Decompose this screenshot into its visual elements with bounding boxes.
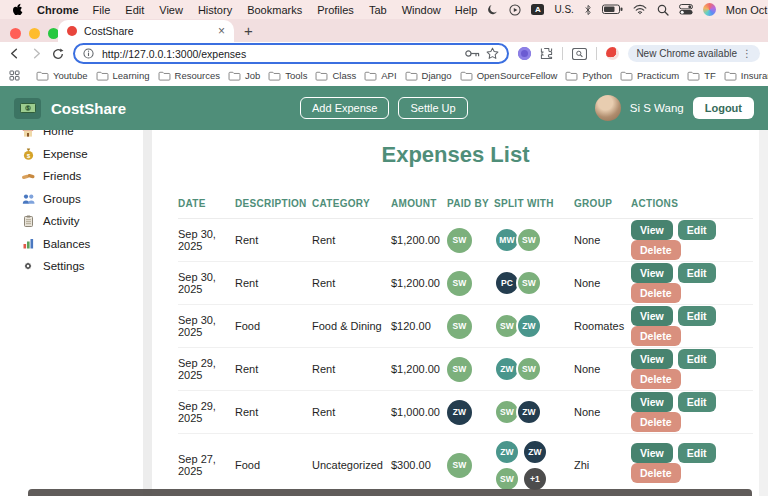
menu-item[interactable]: File <box>93 4 111 16</box>
sidebar-item-activity[interactable]: Activity <box>21 210 143 233</box>
siri-icon[interactable] <box>703 3 716 16</box>
delete-button[interactable]: Delete <box>631 283 681 303</box>
url-input[interactable] <box>100 47 459 61</box>
folder-icon <box>687 71 700 81</box>
chrome-update-chip[interactable]: New Chrome available ⋮ <box>628 45 760 62</box>
menu-app-name[interactable]: Chrome <box>37 4 79 16</box>
screen-record-icon[interactable] <box>509 4 521 16</box>
bookmark-folder[interactable]: Django <box>405 70 452 81</box>
paid-by-cell: SW <box>447 314 494 339</box>
logout-button[interactable]: Logout <box>693 97 754 119</box>
view-button[interactable]: View <box>631 263 673 283</box>
apps-grid-icon[interactable] <box>9 70 20 81</box>
brand-name[interactable]: CostShare <box>51 100 126 117</box>
window-close-button[interactable] <box>10 28 21 39</box>
sidebar-item-expense[interactable]: $ Expense <box>21 143 143 166</box>
site-info-icon[interactable] <box>83 48 94 59</box>
sidebar-item-home[interactable]: Home <box>21 130 143 143</box>
delete-button[interactable]: Delete <box>631 412 681 432</box>
browser-tab[interactable]: CostShare × <box>58 20 234 42</box>
wifi-icon[interactable] <box>633 4 647 15</box>
tab-close-icon[interactable]: × <box>218 25 225 37</box>
forward-icon[interactable] <box>30 47 43 60</box>
bookmark-folder[interactable]: Learning <box>96 70 150 81</box>
bookmark-folder[interactable]: OpenSourceFellow <box>460 70 558 81</box>
passwords-key-icon[interactable] <box>465 49 480 58</box>
delete-button[interactable]: Delete <box>631 240 681 260</box>
bookmark-folder[interactable]: Tools <box>268 70 307 81</box>
edit-button[interactable]: Edit <box>678 220 716 240</box>
battery-icon[interactable] <box>602 4 623 15</box>
bookmark-folder[interactable]: Job <box>228 70 260 81</box>
page-scrollbar[interactable] <box>759 130 768 496</box>
menu-clock[interactable]: Mon Oct 6 11:45 AM <box>726 4 768 16</box>
chrome-tab-strip: CostShare × + <box>0 19 768 42</box>
sidebar-item-balances[interactable]: Balances <box>21 233 143 256</box>
menu-item[interactable]: Profiles <box>317 4 354 16</box>
sidebar-item-groups[interactable]: Groups <box>21 188 143 211</box>
extensions-puzzle-icon[interactable] <box>540 47 553 60</box>
bookmark-folder[interactable]: Insurance <box>724 70 768 81</box>
bookmark-folder[interactable]: Python <box>565 70 612 81</box>
bookmark-star-icon[interactable] <box>486 47 499 60</box>
toolbar-divider <box>596 47 597 60</box>
user-name: Si S Wang <box>630 102 684 114</box>
column-header-category: CATEGORY <box>312 198 391 209</box>
do-not-disturb-icon[interactable] <box>487 4 499 16</box>
bookmark-folder[interactable]: Class <box>315 70 356 81</box>
bookmark-folder[interactable]: Youtube <box>36 70 88 81</box>
edit-button[interactable]: Edit <box>678 306 716 326</box>
sidebar-item-label: Friends <box>43 170 81 182</box>
menu-item[interactable]: History <box>198 4 232 16</box>
view-button[interactable]: View <box>631 220 673 240</box>
edit-button[interactable]: Edit <box>678 349 716 369</box>
menu-item[interactable]: Tab <box>369 4 387 16</box>
delete-button[interactable]: Delete <box>631 463 681 483</box>
expense-date: Sep 30, 2025 <box>178 314 235 338</box>
view-button[interactable]: View <box>631 392 673 412</box>
delete-button[interactable]: Delete <box>631 326 681 346</box>
menu-item[interactable]: Bookmarks <box>247 4 302 16</box>
menu-item[interactable]: Window <box>402 4 441 16</box>
bookmark-folder[interactable]: Resources <box>158 70 220 81</box>
spotlight-search-icon[interactable] <box>657 4 669 16</box>
bookmark-folder-label: Resources <box>175 70 220 81</box>
menu-item[interactable]: View <box>159 4 183 16</box>
apple-icon[interactable] <box>12 3 23 16</box>
back-icon[interactable] <box>8 47 21 60</box>
edit-button[interactable]: Edit <box>678 263 716 283</box>
window-minimize-button[interactable] <box>29 28 40 39</box>
edit-button[interactable]: Edit <box>678 392 716 412</box>
kebab-menu-icon[interactable]: ⋮ <box>742 48 752 59</box>
delete-button[interactable]: Delete <box>631 369 681 389</box>
view-button[interactable]: View <box>631 306 673 326</box>
input-source-label[interactable]: U.S. <box>554 4 573 15</box>
user-avatar: SW <box>447 314 472 339</box>
input-source-icon[interactable]: A <box>531 4 544 15</box>
view-button[interactable]: View <box>631 443 673 463</box>
sidebar-scrollbar[interactable] <box>143 130 152 496</box>
edit-button[interactable]: Edit <box>678 443 716 463</box>
add-expense-button[interactable]: Add Expense <box>300 97 389 119</box>
view-button[interactable]: View <box>631 349 673 369</box>
menu-item-help[interactable]: Help <box>455 4 478 16</box>
new-tab-button[interactable]: + <box>244 22 253 39</box>
bookmark-folder[interactable]: Practicum <box>620 70 679 81</box>
profile-avatar-icon[interactable] <box>606 47 619 60</box>
bar-chart-icon <box>21 238 35 249</box>
bluetooth-icon[interactable] <box>584 4 592 16</box>
address-bar[interactable] <box>73 43 509 64</box>
bookmark-folder[interactable]: TF <box>687 70 716 81</box>
user-avatar: ZW <box>516 399 542 425</box>
settle-up-button[interactable]: Settle Up <box>398 97 467 119</box>
reload-icon[interactable] <box>52 48 64 60</box>
expense-category: Uncategorized <box>312 459 391 471</box>
side-panel-icon[interactable] <box>572 48 587 60</box>
sidebar-item-friends[interactable]: Friends <box>21 165 143 188</box>
bookmark-folder[interactable]: API <box>364 70 396 81</box>
menu-item[interactable]: Edit <box>125 4 144 16</box>
sidebar-item-settings[interactable]: Settings <box>21 255 143 278</box>
control-center-icon[interactable] <box>679 4 693 15</box>
extension-icon[interactable] <box>518 47 531 60</box>
user-avatar[interactable] <box>595 95 621 121</box>
